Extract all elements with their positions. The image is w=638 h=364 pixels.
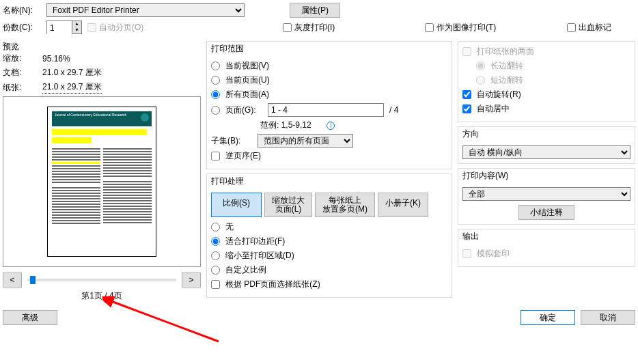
ok-button[interactable]: 确定: [521, 310, 575, 325]
scale-label: 缩放:: [3, 53, 37, 64]
handling-title: 打印处理: [207, 174, 452, 188]
tab-large[interactable]: 缩放过大 页面(L): [264, 193, 312, 217]
range-title: 打印范围: [207, 42, 452, 56]
all-pages-radio[interactable]: [211, 90, 220, 99]
next-page-button[interactable]: >: [182, 272, 201, 288]
choose-paper-checkbox[interactable]: [211, 280, 220, 289]
prev-page-button[interactable]: <: [3, 272, 22, 288]
all-pages-label: 所有页面(A): [225, 89, 269, 100]
spinner-down-icon[interactable]: ▼: [72, 27, 81, 33]
info-icon[interactable]: i: [327, 122, 335, 130]
auto-center-label: 自动居中: [477, 103, 510, 115]
summarize-button[interactable]: 小结注释: [518, 205, 574, 220]
pages-input[interactable]: [268, 103, 384, 117]
name-label: 名称(N):: [3, 5, 41, 16]
tab-booklet[interactable]: 小册子(K): [378, 193, 428, 217]
current-view-label: 当前视图(V): [225, 60, 269, 72]
as-image-label: 作为图像打印(T): [436, 22, 496, 33]
reverse-checkbox[interactable]: [211, 152, 220, 160]
short-edge-radio: [476, 76, 485, 85]
none-radio[interactable]: [211, 223, 220, 232]
paper-value: 21.0 x 29.7 厘米: [42, 81, 102, 94]
cancel-button[interactable]: 取消: [581, 310, 635, 325]
pages-label: 页面(G):: [225, 104, 262, 116]
shrink-radio[interactable]: [211, 251, 220, 260]
custom-radio[interactable]: [211, 266, 220, 275]
printer-select[interactable]: Foxit PDF Editor Printer: [46, 3, 245, 17]
current-view-radio[interactable]: [211, 61, 220, 70]
range-example: 范例: 1,5-9,12: [260, 120, 311, 131]
duplex-checkbox: [462, 47, 471, 56]
tab-scale[interactable]: 比例(S): [211, 193, 262, 217]
scale-value: 95.16%: [42, 54, 70, 64]
reverse-label: 逆页序(E): [225, 150, 261, 162]
properties-button[interactable]: 属性(P): [290, 3, 340, 18]
tab-multi[interactable]: 每张纸上 放置多页(M): [315, 193, 375, 217]
auto-rotate-label: 自动旋转(R): [477, 89, 521, 100]
doc-label: 文档:: [3, 67, 37, 79]
short-edge-label: 短边翻转: [490, 74, 523, 86]
auto-rotate-checkbox[interactable]: [462, 90, 471, 99]
pages-radio[interactable]: [211, 106, 220, 115]
simulate-label: 模拟套印: [477, 248, 510, 260]
long-edge-radio: [476, 61, 485, 70]
grayscale-label: 灰度打印(I): [294, 22, 335, 33]
content-select[interactable]: 全部: [462, 187, 630, 201]
fit-label: 适合打印边距(F): [225, 236, 285, 247]
bleed-checkbox[interactable]: [567, 23, 576, 32]
output-title: 输出: [458, 229, 635, 244]
none-label: 无: [225, 221, 234, 233]
page-preview: Journal of Contemporary Educational Rese…: [47, 107, 156, 257]
fit-radio[interactable]: [211, 237, 220, 246]
collate-label: 自动分页(O): [99, 22, 143, 33]
copies-label: 份数(C):: [3, 22, 41, 33]
spinner-up-icon[interactable]: ▲: [72, 21, 81, 27]
as-image-checkbox[interactable]: [425, 23, 434, 32]
collate-checkbox: [87, 23, 96, 32]
subset-label: 子集(B):: [211, 135, 252, 147]
page-slider[interactable]: [27, 279, 176, 281]
shrink-label: 缩小至打印区域(D): [225, 250, 294, 262]
content-title: 打印内容(W): [458, 169, 635, 183]
bleed-label: 出血标记: [579, 22, 611, 33]
custom-label: 自定义比例: [225, 264, 266, 276]
advanced-button[interactable]: 高级: [3, 310, 57, 325]
copies-input[interactable]: [47, 21, 72, 35]
subset-select[interactable]: 范围内的所有页面: [258, 134, 353, 148]
choose-paper-label: 根据 PDF页面选择纸张(Z): [225, 279, 320, 290]
page-info: 第1页 / 4页: [3, 290, 201, 302]
preview-title: 预览: [3, 41, 201, 53]
doc-value: 21.0 x 29.7 厘米: [42, 67, 102, 79]
orientation-title: 方向: [458, 127, 635, 141]
current-page-radio[interactable]: [211, 76, 220, 85]
long-edge-label: 长边翻转: [490, 60, 523, 72]
orientation-select[interactable]: 自动 横向/纵向: [462, 145, 630, 159]
current-page-label: 当前页面(U): [225, 74, 270, 86]
simulate-checkbox: [462, 249, 471, 258]
pages-total: / 4: [389, 105, 398, 115]
copies-spinner[interactable]: ▲▼: [46, 20, 82, 34]
grayscale-checkbox[interactable]: [283, 23, 292, 32]
duplex-label: 打印纸张的两面: [477, 46, 534, 57]
auto-center-checkbox[interactable]: [462, 104, 471, 113]
paper-label: 纸张:: [3, 82, 37, 94]
